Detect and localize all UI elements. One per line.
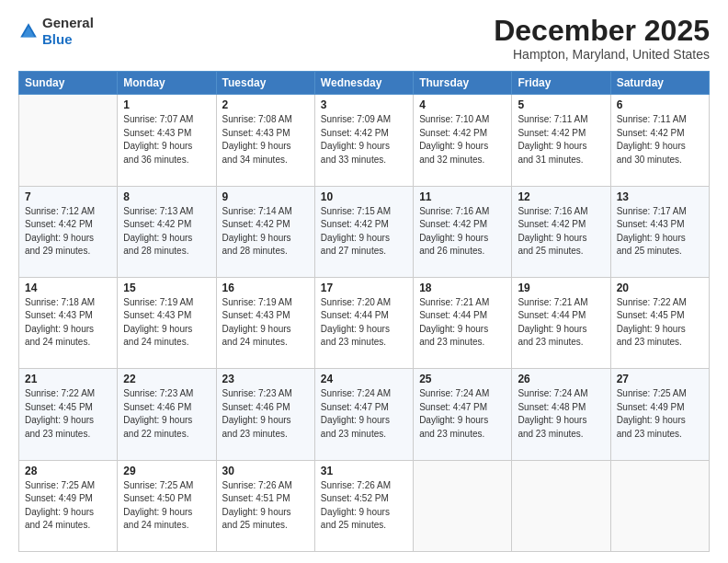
calendar-day-cell: 31Sunrise: 7:26 AMSunset: 4:52 PMDayligh… <box>314 460 413 551</box>
calendar-day-cell: 16Sunrise: 7:19 AMSunset: 4:43 PMDayligh… <box>216 277 314 368</box>
calendar-day-header: Saturday <box>610 72 709 95</box>
calendar-week-row: 14Sunrise: 7:18 AMSunset: 4:43 PMDayligh… <box>19 277 710 368</box>
calendar-day-cell <box>19 95 118 186</box>
calendar-day-cell: 23Sunrise: 7:23 AMSunset: 4:46 PMDayligh… <box>216 369 314 460</box>
page: General Blue December 2025 Hampton, Mary… <box>0 0 728 563</box>
day-info: Sunrise: 7:22 AMSunset: 4:45 PMDaylight:… <box>617 296 703 350</box>
calendar-day-header: Friday <box>512 72 610 95</box>
calendar-day-cell: 7Sunrise: 7:12 AMSunset: 4:42 PMDaylight… <box>19 186 118 277</box>
day-info: Sunrise: 7:25 AMSunset: 4:50 PMDaylight:… <box>123 479 210 533</box>
day-number: 27 <box>617 373 703 385</box>
calendar-day-cell: 29Sunrise: 7:25 AMSunset: 4:50 PMDayligh… <box>118 460 216 551</box>
calendar-day-cell: 9Sunrise: 7:14 AMSunset: 4:42 PMDaylight… <box>216 186 314 277</box>
calendar-day-cell: 4Sunrise: 7:10 AMSunset: 4:42 PMDaylight… <box>414 95 512 186</box>
day-number: 16 <box>222 282 309 294</box>
day-number: 25 <box>419 373 506 385</box>
day-info: Sunrise: 7:22 AMSunset: 4:45 PMDaylight:… <box>25 387 111 441</box>
day-info: Sunrise: 7:21 AMSunset: 4:44 PMDaylight:… <box>518 296 604 350</box>
calendar-day-cell: 8Sunrise: 7:13 AMSunset: 4:42 PMDaylight… <box>118 186 216 277</box>
calendar-day-cell <box>610 460 709 551</box>
day-number: 6 <box>617 98 703 111</box>
calendar-day-cell: 6Sunrise: 7:11 AMSunset: 4:42 PMDaylight… <box>610 95 709 186</box>
calendar-day-header: Sunday <box>19 72 118 95</box>
calendar-table: SundayMondayTuesdayWednesdayThursdayFrid… <box>18 71 710 552</box>
calendar-day-header: Wednesday <box>314 72 413 95</box>
location: Hampton, Maryland, United States <box>494 47 710 62</box>
calendar-day-cell: 14Sunrise: 7:18 AMSunset: 4:43 PMDayligh… <box>19 277 118 368</box>
day-number: 15 <box>123 282 210 294</box>
calendar-day-cell: 10Sunrise: 7:15 AMSunset: 4:42 PMDayligh… <box>314 186 413 277</box>
day-info: Sunrise: 7:17 AMSunset: 4:43 PMDaylight:… <box>617 205 703 259</box>
day-number: 21 <box>25 373 111 385</box>
day-info: Sunrise: 7:13 AMSunset: 4:42 PMDaylight:… <box>123 205 210 259</box>
day-number: 3 <box>321 98 407 111</box>
calendar-day-cell: 26Sunrise: 7:24 AMSunset: 4:48 PMDayligh… <box>512 369 610 460</box>
day-number: 10 <box>321 190 407 203</box>
calendar-day-cell: 1Sunrise: 7:07 AMSunset: 4:43 PMDaylight… <box>118 95 216 186</box>
day-info: Sunrise: 7:18 AMSunset: 4:43 PMDaylight:… <box>25 296 111 350</box>
calendar-day-cell: 25Sunrise: 7:24 AMSunset: 4:47 PMDayligh… <box>414 369 512 460</box>
calendar-day-cell: 28Sunrise: 7:25 AMSunset: 4:49 PMDayligh… <box>19 460 118 551</box>
header: General Blue December 2025 Hampton, Mary… <box>18 15 710 62</box>
day-number: 1 <box>123 98 210 111</box>
calendar-day-cell: 22Sunrise: 7:23 AMSunset: 4:46 PMDayligh… <box>118 369 216 460</box>
calendar-day-header: Monday <box>118 72 216 95</box>
day-number: 11 <box>419 190 506 203</box>
day-info: Sunrise: 7:25 AMSunset: 4:49 PMDaylight:… <box>25 479 111 533</box>
calendar-header-row: SundayMondayTuesdayWednesdayThursdayFrid… <box>19 72 710 95</box>
calendar-week-row: 21Sunrise: 7:22 AMSunset: 4:45 PMDayligh… <box>19 369 710 460</box>
day-info: Sunrise: 7:15 AMSunset: 4:42 PMDaylight:… <box>321 205 407 259</box>
day-info: Sunrise: 7:25 AMSunset: 4:49 PMDaylight:… <box>617 387 703 441</box>
calendar-week-row: 1Sunrise: 7:07 AMSunset: 4:43 PMDaylight… <box>19 95 710 186</box>
day-info: Sunrise: 7:21 AMSunset: 4:44 PMDaylight:… <box>419 296 506 350</box>
day-info: Sunrise: 7:26 AMSunset: 4:52 PMDaylight:… <box>321 479 407 533</box>
logo: General Blue <box>18 15 94 48</box>
day-info: Sunrise: 7:11 AMSunset: 4:42 PMDaylight:… <box>617 113 703 167</box>
month-title: December 2025 <box>494 15 710 47</box>
day-number: 9 <box>222 190 309 203</box>
calendar-day-cell <box>512 460 610 551</box>
day-number: 4 <box>419 98 506 111</box>
calendar-day-cell: 21Sunrise: 7:22 AMSunset: 4:45 PMDayligh… <box>19 369 118 460</box>
calendar-day-cell: 13Sunrise: 7:17 AMSunset: 4:43 PMDayligh… <box>610 186 709 277</box>
calendar-day-cell: 12Sunrise: 7:16 AMSunset: 4:42 PMDayligh… <box>512 186 610 277</box>
calendar-day-header: Thursday <box>414 72 512 95</box>
calendar-day-cell: 20Sunrise: 7:22 AMSunset: 4:45 PMDayligh… <box>610 277 709 368</box>
day-info: Sunrise: 7:24 AMSunset: 4:47 PMDaylight:… <box>419 387 506 441</box>
day-number: 31 <box>321 465 407 477</box>
day-info: Sunrise: 7:23 AMSunset: 4:46 PMDaylight:… <box>222 387 309 441</box>
day-number: 20 <box>617 282 703 294</box>
calendar-day-header: Tuesday <box>216 72 314 95</box>
day-number: 30 <box>222 465 309 477</box>
logo-text: General Blue <box>42 15 94 48</box>
day-number: 14 <box>25 282 111 294</box>
day-number: 22 <box>123 373 210 385</box>
title-block: December 2025 Hampton, Maryland, United … <box>494 15 710 62</box>
day-info: Sunrise: 7:16 AMSunset: 4:42 PMDaylight:… <box>518 205 604 259</box>
day-info: Sunrise: 7:26 AMSunset: 4:51 PMDaylight:… <box>222 479 309 533</box>
calendar-day-cell: 27Sunrise: 7:25 AMSunset: 4:49 PMDayligh… <box>610 369 709 460</box>
calendar-day-cell: 15Sunrise: 7:19 AMSunset: 4:43 PMDayligh… <box>118 277 216 368</box>
day-number: 5 <box>518 98 604 111</box>
calendar-day-cell: 18Sunrise: 7:21 AMSunset: 4:44 PMDayligh… <box>414 277 512 368</box>
day-number: 24 <box>321 373 407 385</box>
day-info: Sunrise: 7:14 AMSunset: 4:42 PMDaylight:… <box>222 205 309 259</box>
calendar-day-cell: 5Sunrise: 7:11 AMSunset: 4:42 PMDaylight… <box>512 95 610 186</box>
calendar-week-row: 7Sunrise: 7:12 AMSunset: 4:42 PMDaylight… <box>19 186 710 277</box>
day-info: Sunrise: 7:16 AMSunset: 4:42 PMDaylight:… <box>419 205 506 259</box>
day-info: Sunrise: 7:19 AMSunset: 4:43 PMDaylight:… <box>123 296 210 350</box>
day-number: 19 <box>518 282 604 294</box>
day-info: Sunrise: 7:24 AMSunset: 4:48 PMDaylight:… <box>518 387 604 441</box>
day-number: 18 <box>419 282 506 294</box>
logo-icon <box>18 21 39 41</box>
day-info: Sunrise: 7:24 AMSunset: 4:47 PMDaylight:… <box>321 387 407 441</box>
day-info: Sunrise: 7:08 AMSunset: 4:43 PMDaylight:… <box>222 113 309 167</box>
day-info: Sunrise: 7:12 AMSunset: 4:42 PMDaylight:… <box>25 205 111 259</box>
day-info: Sunrise: 7:20 AMSunset: 4:44 PMDaylight:… <box>321 296 407 350</box>
day-info: Sunrise: 7:11 AMSunset: 4:42 PMDaylight:… <box>518 113 604 167</box>
day-number: 17 <box>321 282 407 294</box>
day-info: Sunrise: 7:10 AMSunset: 4:42 PMDaylight:… <box>419 113 506 167</box>
calendar-day-cell: 3Sunrise: 7:09 AMSunset: 4:42 PMDaylight… <box>314 95 413 186</box>
calendar-day-cell: 30Sunrise: 7:26 AMSunset: 4:51 PMDayligh… <box>216 460 314 551</box>
day-number: 12 <box>518 190 604 203</box>
